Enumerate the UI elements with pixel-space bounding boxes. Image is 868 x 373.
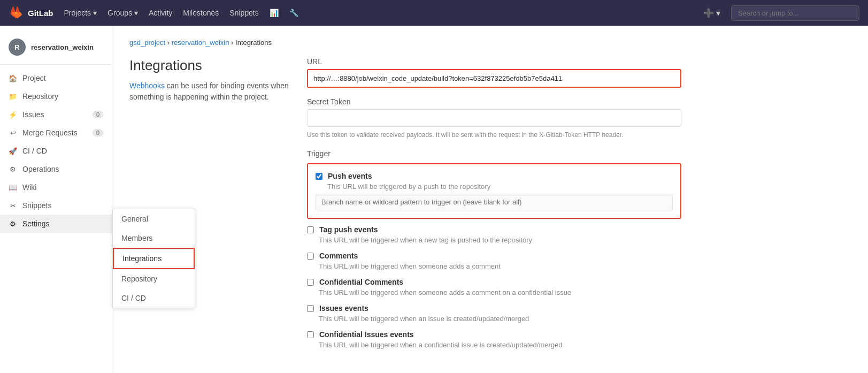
repo-name: reservation_weixin — [31, 43, 94, 51]
confidential-issues-events-desc: This URL will be triggered when a confid… — [319, 341, 681, 349]
submenu-integrations[interactable]: Integrations — [113, 248, 195, 269]
issues-events-checkbox[interactable] — [307, 305, 314, 312]
nav-chart-icon[interactable]: 📊 — [270, 9, 279, 17]
nav-snippets[interactable]: Snippets — [229, 9, 258, 17]
sidebar-label-operations: Operations — [22, 165, 59, 173]
tag-push-events-checkbox[interactable] — [307, 226, 314, 233]
home-icon: 🏠 — [9, 74, 17, 82]
main-content: gsd_project › reservation_weixin › Integ… — [112, 26, 868, 373]
sidebar-item-snippets[interactable]: ✂ Snippets — [0, 196, 112, 215]
comments-desc: This URL will be triggered when someone … — [319, 262, 681, 270]
avatar: R — [9, 39, 26, 56]
secret-token-input[interactable] — [307, 109, 681, 127]
submenu-cicd[interactable]: CI / CD — [113, 288, 195, 308]
merge-icon: ↩ — [9, 129, 17, 137]
nav-projects[interactable]: Projects ▾ — [64, 9, 97, 17]
push-events-section: Push events This URL will be triggered b… — [307, 163, 681, 219]
right-panel: URL Secret Token Use this token to valid… — [307, 57, 681, 359]
sidebar: R reservation_weixin 🏠 Project 📁 Reposit… — [0, 26, 112, 373]
issues-badge: 0 — [93, 111, 103, 118]
issues-icon: ⚡ — [9, 111, 17, 119]
sidebar-label-issues: Issues — [22, 110, 44, 119]
sidebar-label-cicd: CI / CD — [22, 147, 47, 155]
secret-token-field-group: Secret Token Use this token to validate … — [307, 97, 681, 140]
confidential-comments-desc: This URL will be triggered when someone … — [319, 288, 681, 296]
comments-title: Comments — [319, 252, 358, 260]
webhooks-link[interactable]: Webhooks — [129, 81, 165, 90]
repository-icon: 📁 — [9, 93, 17, 101]
confidential-comments-checkbox[interactable] — [307, 279, 314, 286]
url-input[interactable] — [307, 69, 681, 88]
settings-icon: ⚙ — [9, 220, 17, 228]
sidebar-item-issues[interactable]: ⚡ Issues 0 — [0, 105, 112, 124]
issues-events-row: Issues events This URL will be triggered… — [307, 304, 681, 323]
settings-submenu: General Members Integrations Repository … — [112, 209, 195, 308]
snippets-icon: ✂ — [9, 202, 17, 210]
search-input[interactable] — [731, 5, 859, 21]
gitlab-text: GitLab — [28, 9, 53, 18]
breadcrumb-integrations: Integrations — [235, 39, 272, 47]
webhooks-description: Webhooks can be used for binding events … — [129, 80, 290, 103]
nav-activity[interactable]: Activity — [149, 9, 172, 17]
sidebar-item-wiki[interactable]: 📖 Wiki — [0, 178, 112, 196]
confidential-comments-row: Confidential Comments This URL will be t… — [307, 278, 681, 296]
comments-checkbox[interactable] — [307, 253, 314, 260]
confidential-issues-events-row: Confidential Issues events This URL will… — [307, 330, 681, 349]
operations-icon: ⚙ — [9, 165, 17, 173]
tag-push-events-row: Tag push events This URL will be trigger… — [307, 225, 681, 244]
breadcrumb-gsd-project[interactable]: gsd_project — [129, 39, 165, 47]
push-events-checkbox[interactable] — [316, 173, 322, 180]
sidebar-label-wiki: Wiki — [22, 183, 36, 192]
merge-requests-badge: 0 — [93, 129, 103, 136]
sidebar-label-merge-requests: Merge Requests — [22, 128, 78, 137]
top-nav: GitLab Projects ▾ Groups ▾ Activity Mile… — [0, 0, 868, 26]
confidential-issues-events-title: Confidential Issues events — [319, 330, 414, 339]
secret-token-label: Secret Token — [307, 97, 681, 106]
nav-milestones[interactable]: Milestones — [183, 9, 219, 17]
secret-token-helper: Use this token to validate received payl… — [307, 130, 681, 140]
sidebar-item-operations[interactable]: ⚙ Operations — [0, 160, 112, 178]
cicd-icon: 🚀 — [9, 147, 17, 155]
tag-push-events-desc: This URL will be triggered when a new ta… — [319, 236, 681, 244]
push-events-title: Push events — [328, 172, 372, 180]
issues-events-title: Issues events — [319, 304, 368, 313]
sidebar-item-settings[interactable]: ⚙ Settings — [0, 215, 112, 233]
sidebar-label-settings: Settings — [22, 219, 50, 228]
branch-filter-input[interactable] — [316, 194, 673, 210]
sidebar-item-merge-requests[interactable]: ↩ Merge Requests 0 — [0, 124, 112, 142]
confidential-comments-title: Confidential Comments — [319, 278, 403, 286]
confidential-issues-events-checkbox[interactable] — [307, 331, 314, 338]
wiki-icon: 📖 — [9, 184, 17, 192]
url-label: URL — [307, 57, 681, 66]
submenu-members[interactable]: Members — [113, 229, 195, 248]
push-events-desc: This URL will be triggered by a push to … — [327, 182, 673, 191]
nav-plus-icon[interactable]: ➕ ▾ — [703, 8, 720, 18]
gitlab-logo[interactable]: GitLab — [9, 5, 53, 20]
left-panel: Integrations Webhooks can be used for bi… — [129, 57, 290, 359]
page-title: Integrations — [129, 57, 290, 74]
sidebar-item-project[interactable]: 🏠 Project — [0, 69, 112, 87]
submenu-repository[interactable]: Repository — [113, 269, 195, 288]
breadcrumb-reservation-weixin[interactable]: reservation_weixin — [172, 39, 229, 47]
sidebar-label-project: Project — [22, 74, 46, 82]
sidebar-label-snippets: Snippets — [22, 201, 51, 210]
breadcrumb: gsd_project › reservation_weixin › Integ… — [129, 39, 851, 47]
trigger-field-group: Trigger Push events This URL will be tri… — [307, 149, 681, 349]
sidebar-item-repository[interactable]: 📁 Repository — [0, 87, 112, 105]
sidebar-item-cicd[interactable]: 🚀 CI / CD — [0, 142, 112, 160]
nav-groups[interactable]: Groups ▾ — [107, 9, 138, 17]
url-field-group: URL — [307, 57, 681, 88]
nav-wrench-icon[interactable]: 🔧 — [289, 9, 298, 17]
push-events-item: Push events This URL will be triggered b… — [316, 172, 673, 210]
trigger-label: Trigger — [307, 149, 681, 158]
sidebar-header: R reservation_weixin — [0, 34, 112, 65]
sidebar-label-repository: Repository — [22, 92, 58, 101]
submenu-general[interactable]: General — [113, 209, 195, 229]
tag-push-events-title: Tag push events — [319, 225, 378, 234]
comments-row: Comments This URL will be triggered when… — [307, 252, 681, 270]
issues-events-desc: This URL will be triggered when an issue… — [319, 315, 681, 323]
